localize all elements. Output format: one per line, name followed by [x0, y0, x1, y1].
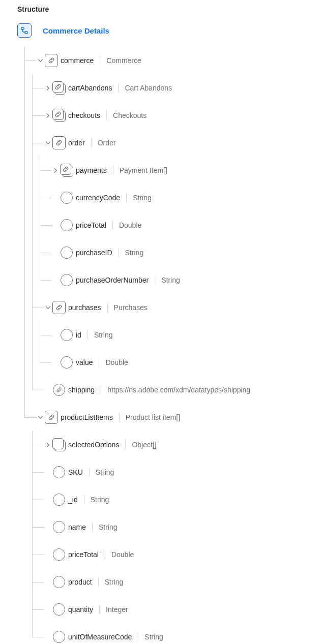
scalar-icon — [60, 218, 74, 232]
field-type: Commerce — [106, 56, 141, 65]
field-name: purchaseID — [76, 249, 112, 257]
chevron-right-icon[interactable] — [45, 85, 51, 91]
field-order[interactable]: order Order — [33, 129, 311, 294]
scalar-ref-icon — [52, 383, 66, 397]
field-_id[interactable]: _id String — [33, 486, 311, 513]
field-name: priceTotal — [68, 550, 99, 559]
object-ref-array-icon — [52, 81, 66, 95]
field-shipping[interactable]: shipping https://ns.adobe.com/xdm/dataty… — [33, 376, 311, 404]
field-name: product — [68, 578, 92, 586]
chevron-right-icon[interactable] — [45, 112, 51, 118]
field-name: unitOfMeasureCode — [68, 633, 132, 641]
field-unitOfMeasureCode[interactable]: unitOfMeasureCode String — [33, 623, 311, 644]
separator — [87, 330, 88, 340]
separator — [119, 248, 119, 257]
separator — [89, 468, 90, 477]
field-name: purchaseOrderNumber — [76, 276, 149, 284]
scalar-icon — [52, 493, 66, 507]
field-type: Checkouts — [113, 111, 147, 119]
object-ref-icon — [44, 410, 59, 424]
field-name: checkouts — [68, 111, 100, 119]
field-name: _id — [68, 496, 78, 504]
chevron-down-icon[interactable] — [37, 414, 43, 420]
field-purchaseID[interactable]: purchaseID String — [40, 239, 311, 266]
schema-root[interactable]: Commerce Details commerce Commerce — [10, 19, 311, 644]
structure-heading: Structure — [17, 5, 311, 13]
scalar-icon — [52, 630, 66, 644]
object-ref-icon — [52, 300, 66, 315]
field-name: shipping — [68, 386, 95, 394]
field-purchaseOrderNumber[interactable]: purchaseOrderNumber String — [40, 266, 311, 294]
separator — [119, 413, 120, 422]
field-name: payments — [76, 166, 107, 174]
field-type: Cart Abandons — [125, 84, 172, 92]
object-ref-icon — [44, 53, 59, 68]
field-type: String — [125, 249, 144, 257]
separator — [118, 83, 119, 93]
separator — [126, 193, 127, 202]
field-name: quantity — [68, 605, 93, 614]
field-type: Double — [111, 550, 134, 559]
field-type: Product list item[] — [126, 413, 180, 421]
field-name: id — [76, 331, 81, 339]
field-commerce[interactable]: commerce Commerce cartAbandon — [25, 47, 311, 404]
field-name: priceTotal — [76, 221, 106, 229]
chevron-down-icon[interactable] — [45, 140, 51, 146]
separator — [155, 275, 155, 285]
field-type: String — [133, 194, 152, 202]
field-type: String — [99, 523, 118, 531]
separator — [99, 605, 100, 614]
chevron-right-icon[interactable] — [52, 167, 59, 173]
field-type: https://ns.adobe.com/xdm/datatypes/shipp… — [107, 386, 250, 394]
schema-title: Commerce Details — [43, 26, 109, 35]
separator — [92, 523, 93, 532]
field-productListItems[interactable]: productListItems Product list item[] — [25, 404, 311, 644]
field-type: Double — [119, 221, 141, 229]
field-name: commerce — [61, 56, 94, 65]
field-type: String — [144, 633, 163, 641]
field-type: Object[] — [132, 441, 156, 449]
field-name: purchases — [68, 303, 101, 312]
field-type: Order — [98, 139, 116, 147]
scalar-icon — [60, 355, 74, 370]
separator — [84, 495, 84, 504]
field-payments[interactable]: payments Payment Item[] — [40, 157, 311, 184]
object-ref-array-icon — [60, 163, 74, 177]
object-ref-icon — [52, 136, 66, 150]
field-type: String — [161, 276, 180, 284]
field-type: Payment Item[] — [120, 166, 167, 174]
field-name: name — [68, 523, 86, 531]
field-name[interactable]: name String — [33, 513, 311, 541]
field-type: String — [94, 331, 113, 339]
field-id[interactable]: id String — [40, 321, 311, 349]
field-checkouts[interactable]: checkouts Checkouts — [33, 102, 311, 129]
field-purchases[interactable]: purchases Purchases id — [33, 294, 311, 376]
field-cartAbandons[interactable]: cartAbandons Cart Abandons — [33, 74, 311, 102]
field-product[interactable]: product String — [33, 568, 311, 596]
field-name: productListItems — [61, 413, 113, 421]
separator — [98, 577, 99, 587]
chevron-down-icon[interactable] — [45, 304, 51, 311]
separator — [99, 358, 99, 367]
field-selectedOptions[interactable]: selectedOptions Object[] — [33, 431, 311, 458]
separator — [101, 385, 101, 394]
field-type: Integer — [106, 605, 128, 614]
field-priceTotal[interactable]: priceTotal Double — [33, 541, 311, 568]
field-value[interactable]: value Double — [40, 349, 311, 376]
field-name: cartAbandons — [68, 84, 112, 92]
field-name: SKU — [68, 468, 83, 476]
scalar-icon — [52, 575, 66, 589]
schema-icon — [17, 23, 32, 38]
scalar-icon — [52, 520, 66, 534]
field-quantity[interactable]: quantity Integer — [33, 596, 311, 623]
chevron-right-icon[interactable] — [45, 442, 51, 448]
separator — [112, 221, 113, 230]
field-type: Double — [105, 358, 128, 366]
field-currencyCode[interactable]: currencyCode String — [40, 184, 311, 211]
chevron-down-icon[interactable] — [37, 57, 43, 64]
separator — [125, 440, 126, 449]
field-SKU[interactable]: SKU String — [33, 458, 311, 486]
field-priceTotal[interactable]: priceTotal Double — [40, 211, 311, 239]
scalar-icon — [52, 465, 66, 479]
separator — [105, 550, 105, 559]
